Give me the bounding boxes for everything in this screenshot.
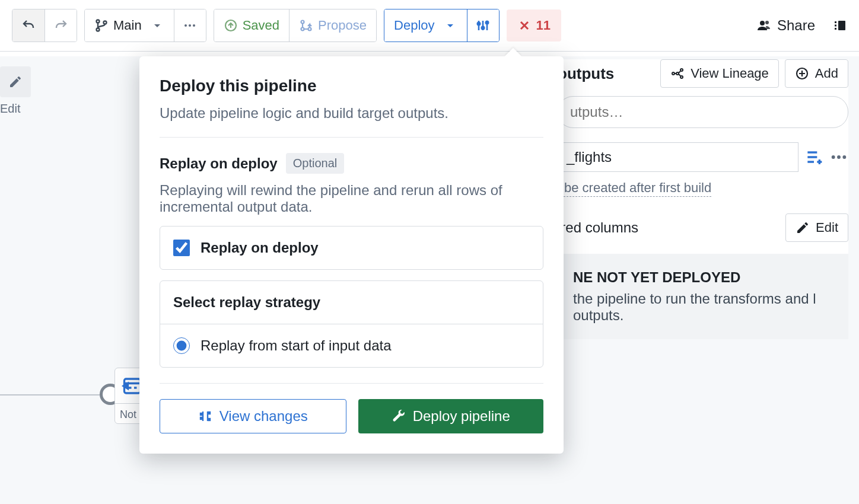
created-after-build-hint[interactable]: l be created after first build (558, 180, 711, 197)
diff-icon (198, 409, 212, 423)
strategy-option-row[interactable]: Replay from start of input data (160, 324, 543, 367)
svg-point-20 (672, 72, 675, 75)
branch-group: Main (84, 9, 206, 42)
git-branch-icon (94, 18, 109, 33)
replay-checkbox-label: Replay on deploy (201, 240, 319, 256)
saved-label: Saved (243, 18, 279, 33)
svg-point-1 (97, 28, 100, 31)
search-outputs-input[interactable] (558, 96, 848, 128)
pencil-icon (796, 221, 810, 235)
deploy-label: Deploy (394, 18, 434, 33)
undo-icon (21, 18, 36, 33)
svg-rect-30 (208, 412, 210, 414)
svg-point-23 (676, 72, 679, 75)
not-deployed-notice: NE NOT YET DEPLOYED the pipeline to run … (558, 254, 848, 339)
svg-point-9 (308, 28, 311, 31)
sidebar-toggle-button[interactable] (833, 18, 847, 33)
svg-rect-31 (208, 419, 210, 420)
svg-point-4 (189, 24, 191, 27)
popover-actions: View changes Deploy pipeline (160, 399, 543, 433)
edit-label: Edit (0, 102, 31, 116)
strategy-option-label: Replay from start of input data (201, 337, 392, 354)
replay-checkbox[interactable] (173, 240, 190, 256)
output-name-field[interactable]: _flights (558, 142, 798, 172)
strategy-heading: Select replay strategy (160, 281, 543, 324)
replay-checkbox-panel: Replay on deploy (160, 226, 543, 270)
svg-point-3 (184, 24, 187, 27)
edit-columns-label: Edit (816, 220, 838, 235)
saved-up-icon (224, 18, 238, 33)
pencil-icon (8, 75, 23, 89)
optional-tag: Optional (286, 153, 345, 174)
undo-button[interactable] (12, 9, 44, 42)
svg-rect-18 (838, 21, 845, 30)
svg-point-7 (301, 21, 304, 24)
svg-point-22 (680, 76, 683, 78)
add-to-list-icon[interactable] (804, 148, 823, 167)
replay-description: Replaying will rewind the pipeline and r… (160, 182, 543, 215)
deploy-group: Deploy (384, 9, 499, 42)
panel-right-icon (833, 18, 847, 33)
redo-icon (54, 18, 68, 33)
people-icon (757, 18, 771, 33)
replay-strategy-panel: Select replay strategy Replay from start… (160, 280, 543, 368)
required-columns-label: ired columns (558, 219, 638, 236)
deploy-button[interactable]: Deploy (384, 9, 466, 42)
chevron-down-icon (443, 18, 457, 33)
branch-more-button[interactable] (174, 9, 206, 42)
replay-heading: Replay on deploy (160, 155, 278, 172)
replay-checkbox-row[interactable]: Replay on deploy (160, 227, 543, 269)
svg-rect-16 (835, 25, 836, 27)
svg-point-13 (760, 21, 765, 25)
errors-button[interactable]: 11 (507, 9, 561, 42)
branch-propose-icon (299, 18, 313, 33)
propose-button[interactable]: Propose (289, 9, 376, 42)
top-toolbar: Main Saved Propose Deploy (0, 0, 859, 51)
branch-selector[interactable]: Main (85, 9, 174, 42)
share-button[interactable]: Share (757, 17, 815, 34)
edit-columns-button[interactable]: Edit (785, 213, 848, 242)
error-count: 11 (536, 18, 551, 33)
strategy-radio-start[interactable] (173, 337, 190, 354)
notice-title: NE NOT YET DEPLOYED (573, 269, 833, 286)
undo-redo-group (12, 9, 77, 42)
save-propose-group: Saved Propose (214, 9, 377, 42)
add-label: Add (815, 66, 838, 81)
svg-rect-17 (835, 28, 836, 30)
svg-point-8 (301, 28, 304, 31)
svg-rect-15 (835, 21, 836, 23)
svg-point-10 (478, 23, 480, 25)
svg-point-11 (482, 27, 484, 29)
edge-line (0, 394, 110, 395)
close-icon (517, 18, 532, 33)
plus-circle-icon (795, 66, 809, 81)
deploy-pipeline-button[interactable]: Deploy pipeline (358, 399, 544, 433)
add-output-button[interactable]: Add (785, 59, 848, 88)
svg-point-25 (832, 155, 835, 159)
edit-mode-button[interactable] (0, 66, 31, 97)
view-changes-button[interactable]: View changes (160, 399, 346, 433)
replay-section-header: Replay on deploy Optional (160, 153, 543, 174)
popover-title: Deploy this pipeline (160, 76, 543, 95)
svg-point-21 (680, 69, 683, 71)
errors-group: 11 (507, 9, 561, 42)
view-lineage-label: View Lineage (691, 66, 769, 81)
toolbar-divider (0, 51, 859, 52)
outputs-panel: outputs View Lineage Add _flights (558, 59, 848, 339)
deploy-pipeline-label: Deploy pipeline (413, 408, 510, 425)
svg-rect-29 (201, 417, 202, 419)
svg-rect-28 (201, 413, 202, 415)
edit-floater: Edit (0, 66, 31, 116)
deploy-settings-button[interactable] (467, 9, 499, 42)
lineage-icon (670, 66, 685, 81)
view-changes-label: View changes (219, 408, 308, 425)
saved-indicator[interactable]: Saved (214, 9, 289, 42)
popover-subtitle: Update pipeline logic and build target o… (160, 105, 543, 122)
chevron-down-icon (150, 18, 164, 33)
redo-button[interactable] (44, 9, 77, 42)
output-more-icon[interactable] (829, 148, 848, 167)
notice-body: the pipeline to run the transforms and l… (573, 291, 833, 324)
view-lineage-button[interactable]: View Lineage (660, 59, 779, 88)
branch-name: Main (113, 18, 142, 33)
outputs-heading: outputs (558, 65, 614, 83)
